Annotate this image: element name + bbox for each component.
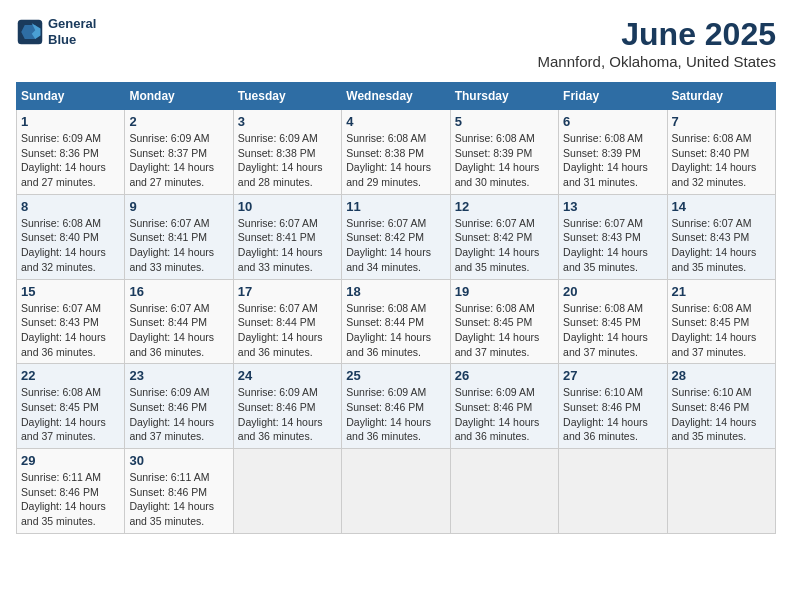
calendar-cell bbox=[559, 449, 667, 534]
day-of-week-header: Friday bbox=[559, 83, 667, 110]
calendar-body: 1Sunrise: 6:09 AM Sunset: 8:36 PM Daylig… bbox=[17, 110, 776, 534]
day-number: 29 bbox=[21, 453, 120, 468]
day-number: 7 bbox=[672, 114, 771, 129]
calendar-cell: 14Sunrise: 6:07 AM Sunset: 8:43 PM Dayli… bbox=[667, 194, 775, 279]
day-info: Sunrise: 6:08 AM Sunset: 8:45 PM Dayligh… bbox=[563, 301, 662, 360]
day-info: Sunrise: 6:11 AM Sunset: 8:46 PM Dayligh… bbox=[129, 470, 228, 529]
day-number: 25 bbox=[346, 368, 445, 383]
day-info: Sunrise: 6:07 AM Sunset: 8:44 PM Dayligh… bbox=[129, 301, 228, 360]
calendar-cell: 29Sunrise: 6:11 AM Sunset: 8:46 PM Dayli… bbox=[17, 449, 125, 534]
day-info: Sunrise: 6:08 AM Sunset: 8:45 PM Dayligh… bbox=[455, 301, 554, 360]
day-info: Sunrise: 6:07 AM Sunset: 8:42 PM Dayligh… bbox=[455, 216, 554, 275]
day-number: 15 bbox=[21, 284, 120, 299]
day-of-week-header: Thursday bbox=[450, 83, 558, 110]
day-number: 5 bbox=[455, 114, 554, 129]
day-info: Sunrise: 6:08 AM Sunset: 8:39 PM Dayligh… bbox=[563, 131, 662, 190]
day-info: Sunrise: 6:10 AM Sunset: 8:46 PM Dayligh… bbox=[672, 385, 771, 444]
calendar-cell: 16Sunrise: 6:07 AM Sunset: 8:44 PM Dayli… bbox=[125, 279, 233, 364]
day-info: Sunrise: 6:09 AM Sunset: 8:46 PM Dayligh… bbox=[129, 385, 228, 444]
calendar-cell bbox=[667, 449, 775, 534]
day-info: Sunrise: 6:10 AM Sunset: 8:46 PM Dayligh… bbox=[563, 385, 662, 444]
calendar-cell: 21Sunrise: 6:08 AM Sunset: 8:45 PM Dayli… bbox=[667, 279, 775, 364]
day-number: 2 bbox=[129, 114, 228, 129]
calendar-cell bbox=[233, 449, 341, 534]
day-info: Sunrise: 6:07 AM Sunset: 8:42 PM Dayligh… bbox=[346, 216, 445, 275]
calendar-title: June 2025 bbox=[538, 16, 776, 53]
calendar-cell: 11Sunrise: 6:07 AM Sunset: 8:42 PM Dayli… bbox=[342, 194, 450, 279]
day-info: Sunrise: 6:07 AM Sunset: 8:44 PM Dayligh… bbox=[238, 301, 337, 360]
calendar-cell: 17Sunrise: 6:07 AM Sunset: 8:44 PM Dayli… bbox=[233, 279, 341, 364]
day-number: 8 bbox=[21, 199, 120, 214]
calendar-cell: 2Sunrise: 6:09 AM Sunset: 8:37 PM Daylig… bbox=[125, 110, 233, 195]
day-number: 30 bbox=[129, 453, 228, 468]
day-number: 3 bbox=[238, 114, 337, 129]
day-number: 14 bbox=[672, 199, 771, 214]
day-number: 24 bbox=[238, 368, 337, 383]
calendar-cell: 4Sunrise: 6:08 AM Sunset: 8:38 PM Daylig… bbox=[342, 110, 450, 195]
day-of-week-header: Tuesday bbox=[233, 83, 341, 110]
calendar-cell: 28Sunrise: 6:10 AM Sunset: 8:46 PM Dayli… bbox=[667, 364, 775, 449]
day-number: 28 bbox=[672, 368, 771, 383]
day-info: Sunrise: 6:08 AM Sunset: 8:45 PM Dayligh… bbox=[21, 385, 120, 444]
calendar-week-row: 8Sunrise: 6:08 AM Sunset: 8:40 PM Daylig… bbox=[17, 194, 776, 279]
day-number: 10 bbox=[238, 199, 337, 214]
calendar-cell: 30Sunrise: 6:11 AM Sunset: 8:46 PM Dayli… bbox=[125, 449, 233, 534]
day-info: Sunrise: 6:09 AM Sunset: 8:38 PM Dayligh… bbox=[238, 131, 337, 190]
calendar-cell: 27Sunrise: 6:10 AM Sunset: 8:46 PM Dayli… bbox=[559, 364, 667, 449]
calendar-cell: 6Sunrise: 6:08 AM Sunset: 8:39 PM Daylig… bbox=[559, 110, 667, 195]
day-number: 1 bbox=[21, 114, 120, 129]
calendar-cell: 20Sunrise: 6:08 AM Sunset: 8:45 PM Dayli… bbox=[559, 279, 667, 364]
day-number: 20 bbox=[563, 284, 662, 299]
calendar-cell bbox=[450, 449, 558, 534]
day-number: 4 bbox=[346, 114, 445, 129]
day-info: Sunrise: 6:09 AM Sunset: 8:46 PM Dayligh… bbox=[455, 385, 554, 444]
day-number: 9 bbox=[129, 199, 228, 214]
calendar-cell: 10Sunrise: 6:07 AM Sunset: 8:41 PM Dayli… bbox=[233, 194, 341, 279]
day-number: 27 bbox=[563, 368, 662, 383]
day-info: Sunrise: 6:09 AM Sunset: 8:46 PM Dayligh… bbox=[238, 385, 337, 444]
calendar-cell: 19Sunrise: 6:08 AM Sunset: 8:45 PM Dayli… bbox=[450, 279, 558, 364]
day-info: Sunrise: 6:07 AM Sunset: 8:43 PM Dayligh… bbox=[672, 216, 771, 275]
day-info: Sunrise: 6:09 AM Sunset: 8:37 PM Dayligh… bbox=[129, 131, 228, 190]
calendar-week-row: 22Sunrise: 6:08 AM Sunset: 8:45 PM Dayli… bbox=[17, 364, 776, 449]
calendar-cell: 15Sunrise: 6:07 AM Sunset: 8:43 PM Dayli… bbox=[17, 279, 125, 364]
day-info: Sunrise: 6:07 AM Sunset: 8:43 PM Dayligh… bbox=[563, 216, 662, 275]
calendar-cell: 1Sunrise: 6:09 AM Sunset: 8:36 PM Daylig… bbox=[17, 110, 125, 195]
calendar-cell: 26Sunrise: 6:09 AM Sunset: 8:46 PM Dayli… bbox=[450, 364, 558, 449]
day-number: 21 bbox=[672, 284, 771, 299]
logo-icon bbox=[16, 18, 44, 46]
calendar-cell: 23Sunrise: 6:09 AM Sunset: 8:46 PM Dayli… bbox=[125, 364, 233, 449]
title-block: June 2025 Mannford, Oklahoma, United Sta… bbox=[538, 16, 776, 70]
day-number: 19 bbox=[455, 284, 554, 299]
calendar-cell: 12Sunrise: 6:07 AM Sunset: 8:42 PM Dayli… bbox=[450, 194, 558, 279]
day-number: 12 bbox=[455, 199, 554, 214]
calendar-header: SundayMondayTuesdayWednesdayThursdayFrid… bbox=[17, 83, 776, 110]
calendar-cell: 24Sunrise: 6:09 AM Sunset: 8:46 PM Dayli… bbox=[233, 364, 341, 449]
day-info: Sunrise: 6:11 AM Sunset: 8:46 PM Dayligh… bbox=[21, 470, 120, 529]
day-info: Sunrise: 6:08 AM Sunset: 8:45 PM Dayligh… bbox=[672, 301, 771, 360]
calendar-cell: 8Sunrise: 6:08 AM Sunset: 8:40 PM Daylig… bbox=[17, 194, 125, 279]
day-info: Sunrise: 6:08 AM Sunset: 8:40 PM Dayligh… bbox=[672, 131, 771, 190]
calendar-header-row: SundayMondayTuesdayWednesdayThursdayFrid… bbox=[17, 83, 776, 110]
day-info: Sunrise: 6:08 AM Sunset: 8:44 PM Dayligh… bbox=[346, 301, 445, 360]
day-info: Sunrise: 6:08 AM Sunset: 8:40 PM Dayligh… bbox=[21, 216, 120, 275]
day-number: 17 bbox=[238, 284, 337, 299]
day-number: 11 bbox=[346, 199, 445, 214]
calendar-cell: 7Sunrise: 6:08 AM Sunset: 8:40 PM Daylig… bbox=[667, 110, 775, 195]
day-of-week-header: Sunday bbox=[17, 83, 125, 110]
logo-text: General Blue bbox=[48, 16, 96, 47]
day-info: Sunrise: 6:08 AM Sunset: 8:38 PM Dayligh… bbox=[346, 131, 445, 190]
day-number: 23 bbox=[129, 368, 228, 383]
day-of-week-header: Saturday bbox=[667, 83, 775, 110]
calendar-cell: 13Sunrise: 6:07 AM Sunset: 8:43 PM Dayli… bbox=[559, 194, 667, 279]
day-info: Sunrise: 6:09 AM Sunset: 8:36 PM Dayligh… bbox=[21, 131, 120, 190]
day-info: Sunrise: 6:07 AM Sunset: 8:41 PM Dayligh… bbox=[129, 216, 228, 275]
calendar-week-row: 1Sunrise: 6:09 AM Sunset: 8:36 PM Daylig… bbox=[17, 110, 776, 195]
calendar-week-row: 15Sunrise: 6:07 AM Sunset: 8:43 PM Dayli… bbox=[17, 279, 776, 364]
page-header: General Blue June 2025 Mannford, Oklahom… bbox=[16, 16, 776, 70]
day-number: 18 bbox=[346, 284, 445, 299]
day-of-week-header: Wednesday bbox=[342, 83, 450, 110]
day-number: 6 bbox=[563, 114, 662, 129]
calendar-cell: 22Sunrise: 6:08 AM Sunset: 8:45 PM Dayli… bbox=[17, 364, 125, 449]
calendar-table: SundayMondayTuesdayWednesdayThursdayFrid… bbox=[16, 82, 776, 534]
